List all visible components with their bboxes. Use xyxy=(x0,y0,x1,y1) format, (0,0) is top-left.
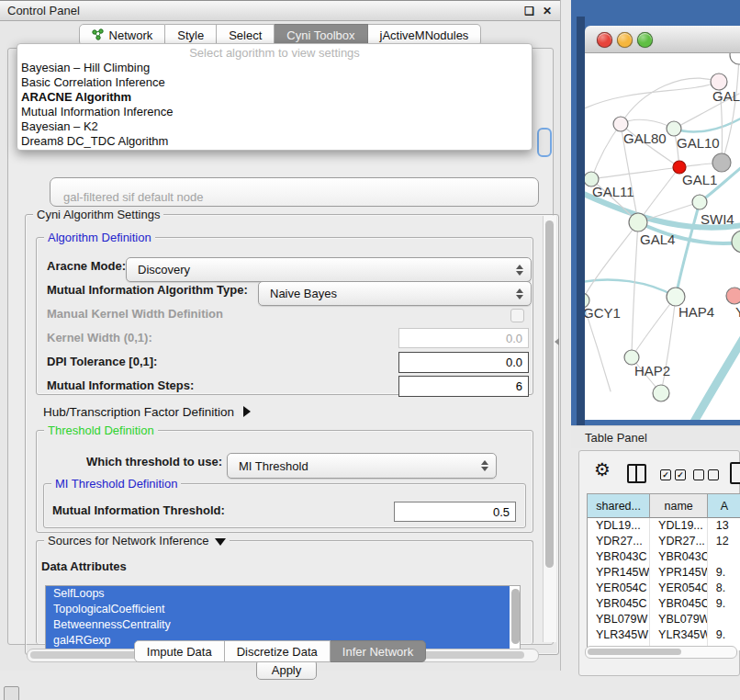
table-panel-title: Table Panel xyxy=(571,431,647,445)
mi-steps-field[interactable] xyxy=(398,376,529,397)
network-edge[interactable] xyxy=(585,279,676,297)
algorithm-option-basic-correlation-inference[interactable]: Basic Correlation Inference xyxy=(17,75,532,90)
table-horizontal-scrollbar-thumb[interactable] xyxy=(588,649,681,655)
table-row[interactable]: YBL079WYBL079W xyxy=(588,612,740,627)
table-row[interactable]: YBR045CYBR045C9. xyxy=(588,596,740,612)
table-cell: YBR043C xyxy=(650,549,708,565)
network-node-swi4[interactable] xyxy=(692,195,707,209)
algorithm-option-bayesian-hill-climbing[interactable]: Bayesian – Hill Climbing xyxy=(17,61,532,75)
algorithm-option-mutual-information-inference[interactable]: Mutual Information Inference xyxy=(17,105,532,119)
split-pane-collapse-icon[interactable] xyxy=(555,338,559,345)
table-row[interactable]: YDL19...YDL19...13 xyxy=(588,518,740,534)
table-cell xyxy=(708,612,740,627)
attributes-list-scrollbar[interactable] xyxy=(511,589,520,644)
network-edge[interactable] xyxy=(638,167,679,222)
minimized-panel-icon[interactable] xyxy=(4,686,19,700)
network-edge[interactable] xyxy=(661,297,676,393)
network-node-gal4[interactable] xyxy=(629,213,647,231)
table-cell: YLR345W xyxy=(650,627,708,643)
bottom-tab-infer-network[interactable]: Infer Network xyxy=(331,640,426,662)
table-cell: 13 xyxy=(708,518,740,534)
settings-vertical-scrollbar-thumb[interactable] xyxy=(545,220,554,568)
select-all-checkboxes-button[interactable]: ✓ ✓ xyxy=(660,469,686,480)
checked-checkbox-icon: ✓ xyxy=(675,469,686,480)
close-window-icon[interactable]: ✕ xyxy=(543,5,552,17)
network-node[interactable] xyxy=(730,53,740,64)
manual-kernel-width-checkbox[interactable] xyxy=(510,309,524,322)
mi-algorithm-type-combobox[interactable]: Naive Bayes xyxy=(258,281,532,306)
kernel-width-field[interactable] xyxy=(398,328,529,348)
network-edge[interactable] xyxy=(585,82,719,110)
sources-title[interactable]: Sources for Network Inference xyxy=(44,534,230,548)
algorithm-option-bayesian-k2[interactable]: Bayesian – K2 xyxy=(17,119,532,134)
close-traffic-light[interactable] xyxy=(597,32,612,48)
table-cell: YDL19... xyxy=(650,518,708,534)
table-row[interactable]: YPR145WYPR145W9. xyxy=(588,565,740,581)
network-edge[interactable] xyxy=(690,327,740,420)
algorithm-option-aracne-algorithm[interactable]: ARACNE Algorithm xyxy=(17,90,532,105)
network-canvas[interactable]: GALGAL80GAL10GAL1GAL11SWI4GAL4GCY1HAP4YH… xyxy=(585,53,740,420)
table-cell: YDR27... xyxy=(588,534,650,549)
network-edge[interactable] xyxy=(591,124,621,179)
columns-icon[interactable] xyxy=(627,464,646,483)
table-cell: YPR145W xyxy=(650,565,708,581)
node-label-hap2: HAP2 xyxy=(634,363,670,378)
algorithm-definition-title: Algorithm Definition xyxy=(44,231,155,244)
column-header-a[interactable]: A xyxy=(708,494,740,518)
zoom-traffic-light[interactable] xyxy=(637,32,653,48)
network-node-y[interactable] xyxy=(726,288,740,304)
manual-kernel-width-label: Manual Kernel Width Definition xyxy=(47,307,223,321)
network-selection-combobox[interactable]: gal-filtered sif default node xyxy=(50,177,539,207)
network-node[interactable] xyxy=(732,231,740,253)
table-cell: YER054C xyxy=(650,581,708,596)
table-row[interactable]: YLR345WYLR345W9. xyxy=(588,627,740,643)
network-edge[interactable] xyxy=(621,119,674,129)
network-node[interactable] xyxy=(712,153,731,172)
attribute-item-betweennesscentrality[interactable]: BetweennessCentrality xyxy=(46,617,510,633)
combo-arrows-icon xyxy=(515,265,523,276)
document-icon[interactable] xyxy=(730,462,740,484)
table-row[interactable]: YER054CYER054C8. xyxy=(588,581,740,596)
node-label-gal1: GAL1 xyxy=(682,172,717,187)
network-edge[interactable] xyxy=(591,167,679,179)
attribute-item-selfloops[interactable]: SelfLoops xyxy=(46,586,510,602)
network-node-gal80[interactable] xyxy=(613,117,628,131)
network-node-gal10[interactable] xyxy=(667,121,681,136)
network-edge[interactable] xyxy=(722,57,739,163)
bottom-tab-impute-data[interactable]: Impute Data xyxy=(134,640,225,662)
apply-button[interactable]: Apply xyxy=(256,660,317,680)
dpi-tolerance-field[interactable] xyxy=(398,352,529,373)
network-edge[interactable] xyxy=(676,202,700,297)
network-edge[interactable] xyxy=(585,222,638,300)
network-edge[interactable] xyxy=(621,78,719,124)
which-threshold-value: MI Threshold xyxy=(228,459,480,473)
table-horizontal-scrollbar[interactable] xyxy=(585,646,737,659)
which-threshold-combobox[interactable]: MI Threshold xyxy=(227,453,497,479)
table-row[interactable]: YBR043CYBR043C xyxy=(588,549,740,565)
attribute-item-topologicalcoefficient[interactable]: TopologicalCoefficient xyxy=(46,602,510,617)
network-node[interactable] xyxy=(653,385,669,401)
network-node-hap4[interactable] xyxy=(667,288,685,306)
column-header-shared[interactable]: shared... xyxy=(588,494,650,518)
float-window-icon[interactable]: ❑ xyxy=(524,5,534,17)
network-edge[interactable] xyxy=(632,222,638,357)
gear-icon[interactable]: ⚙ xyxy=(594,458,611,480)
network-graph[interactable]: GALGAL80GAL10GAL1GAL11SWI4GAL4GCY1HAP4YH… xyxy=(585,53,740,420)
bottom-tab-discretize-data[interactable]: Discretize Data xyxy=(225,640,331,662)
network-window-titlebar[interactable] xyxy=(585,26,740,53)
aracne-mode-combobox[interactable]: Discovery xyxy=(126,257,532,282)
table-cell: YBR043C xyxy=(588,549,650,565)
which-threshold-label: Which threshold to use: xyxy=(86,455,222,469)
algorithm-option-dream8-dc-tdc-algorithm[interactable]: Dream8 DC_TDC Algorithm xyxy=(17,134,532,149)
mutual-information-threshold-field[interactable] xyxy=(394,502,516,522)
table-row[interactable]: YDR27...YDR27...12 xyxy=(588,534,740,549)
node-label-hap4: HAP4 xyxy=(678,304,714,320)
hidden-focused-control[interactable] xyxy=(537,128,552,157)
minimize-traffic-light[interactable] xyxy=(617,32,633,48)
unchecked-checkbox-icon xyxy=(708,469,719,480)
clear-all-checkboxes-button[interactable] xyxy=(693,469,719,480)
node-label-gal: GAL xyxy=(712,88,740,104)
hub-definition-toggle[interactable]: Hub/Transcription Factor Definition xyxy=(43,405,251,419)
settings-vertical-scrollbar[interactable] xyxy=(543,216,556,642)
column-header-name[interactable]: name xyxy=(650,494,708,518)
